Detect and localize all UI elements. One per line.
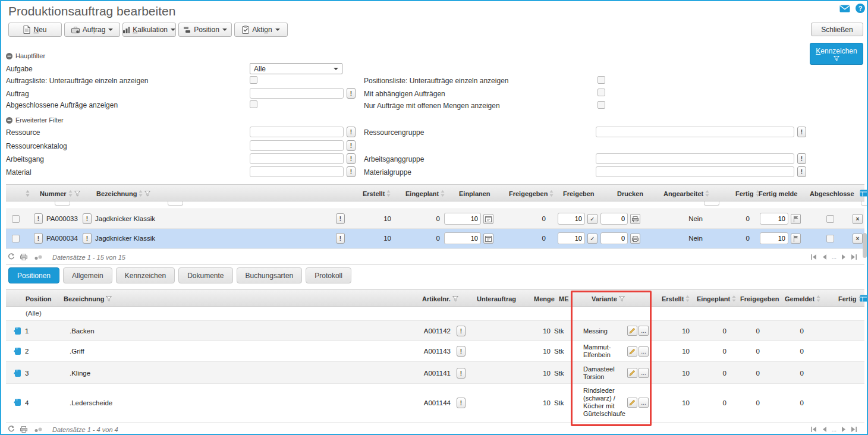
funnel-icon[interactable]: [144, 191, 150, 197]
delete-row-button[interactable]: ×: [853, 214, 863, 224]
col-angearbeitet[interactable]: Angearbeitet: [663, 185, 709, 202]
row-select-checkbox[interactable]: [12, 215, 20, 223]
detail-lookup-button[interactable]: !: [336, 213, 345, 224]
next-page-icon[interactable]: [842, 427, 846, 432]
next-page-icon[interactable]: [842, 254, 846, 260]
table-settings-icon[interactable]: [860, 295, 868, 302]
sort-icon[interactable]: [26, 185, 30, 202]
col-einplanen[interactable]: Einplanen: [459, 185, 490, 202]
variante-more-button[interactable]: ...: [639, 398, 649, 408]
mail-icon[interactable]: [839, 5, 850, 12]
schliessen-button[interactable]: Schließen: [811, 23, 863, 36]
fertig-melden-button[interactable]: [791, 234, 801, 244]
records-icon[interactable]: [34, 427, 43, 433]
col-fertig[interactable]: Fertig: [838, 290, 863, 307]
alle-filter[interactable]: (Alle): [26, 310, 42, 317]
nummer-lookup-button[interactable]: !: [34, 233, 43, 244]
hauptfilter-header[interactable]: Hauptfilter: [6, 52, 45, 59]
col-nummer[interactable]: Nummer: [40, 185, 80, 202]
bezeichnung-lookup-button[interactable]: !: [83, 213, 92, 224]
positions-table-row[interactable]: 4 .Lederscheide A001144 ! 10 Stk Rindsle…: [6, 384, 864, 421]
variante-edit-button[interactable]: [627, 368, 637, 378]
einplanen-button[interactable]: [483, 234, 493, 244]
refresh-icon[interactable]: [8, 425, 15, 433]
arbeitsganggruppe-lookup-button[interactable]: !: [797, 153, 806, 164]
drucken-input[interactable]: [600, 232, 628, 244]
arbeitsgang-lookup-button[interactable]: !: [347, 153, 356, 164]
col-menge[interactable]: Menge: [534, 290, 555, 307]
positionsliste-checkbox[interactable]: [597, 76, 605, 84]
abgeschlossene-checkbox[interactable]: [250, 100, 257, 108]
records-icon[interactable]: [34, 255, 43, 260]
col-bezeichnung[interactable]: Bezeichnung: [96, 185, 150, 202]
col-abgeschlossen[interactable]: Abgeschlosse: [810, 185, 854, 202]
prev-page-icon[interactable]: [822, 427, 826, 432]
arbeitsgang-input[interactable]: [250, 153, 344, 164]
ressourcengruppe-lookup-button[interactable]: !: [797, 127, 806, 137]
col-me[interactable]: ME: [559, 290, 569, 307]
ressourcenkatalog-lookup-button[interactable]: !: [347, 140, 356, 151]
artikel-lookup-button[interactable]: !: [457, 346, 466, 357]
print-button[interactable]: [630, 234, 640, 244]
tab-allgemein[interactable]: Allgemein: [63, 267, 112, 283]
neu-button[interactable]: Neu: [8, 23, 62, 37]
tab-positionen[interactable]: Positionen: [8, 267, 59, 283]
artikel-lookup-button[interactable]: !: [457, 368, 466, 379]
refresh-icon[interactable]: [8, 253, 15, 260]
kennzeichen-button[interactable]: Kennzeichen: [810, 43, 863, 65]
abgeschlossen-checkbox[interactable]: [826, 215, 834, 223]
col-freigegeben[interactable]: Freigegeben: [740, 290, 779, 307]
nummer-lookup-button[interactable]: !: [34, 213, 43, 224]
nur-offene-checkbox[interactable]: [597, 101, 605, 109]
col-drucken[interactable]: Drucken: [617, 185, 643, 202]
first-page-icon[interactable]: [811, 427, 817, 432]
variante-more-button[interactable]: ...: [639, 368, 649, 378]
materialgruppe-lookup-button[interactable]: !: [797, 166, 806, 177]
auftrag-button[interactable]: Auftrag: [64, 23, 120, 37]
fertig-melden-input[interactable]: [760, 213, 788, 225]
einplanen-input[interactable]: [444, 232, 481, 244]
auftrag-input[interactable]: [250, 88, 344, 99]
col-erstellt[interactable]: Erstellt: [363, 185, 391, 202]
last-page-icon[interactable]: [851, 427, 857, 432]
first-page-icon[interactable]: [811, 254, 817, 260]
col-freigegeben[interactable]: Freigegeben: [509, 185, 553, 202]
drucken-input[interactable]: [600, 213, 628, 225]
ressourcenkatalog-input[interactable]: [250, 140, 344, 151]
funnel-icon[interactable]: [74, 191, 80, 197]
aktion-button[interactable]: Aktion: [234, 23, 288, 37]
auftragsliste-checkbox[interactable]: [250, 76, 257, 84]
fertig-melden-input[interactable]: [760, 232, 788, 244]
position-button[interactable]: Position: [178, 23, 232, 37]
material-input[interactable]: [250, 166, 344, 177]
positions-table-row[interactable]: 1 .Backen A001142 ! 10 Stk Messing ... 1…: [6, 321, 864, 341]
ressource-lookup-button[interactable]: !: [347, 127, 356, 137]
delete-row-button[interactable]: ×: [853, 234, 863, 244]
fertig-melden-button[interactable]: [791, 214, 801, 224]
kalkulation-button[interactable]: Kalkulation: [122, 23, 176, 37]
positions-table-row[interactable]: 2 .Griff A001143 ! 10 Stk Mammut-Elfenbe…: [6, 341, 864, 362]
erweiterter-filter-header[interactable]: Erweiterter Filter: [6, 116, 64, 124]
variante-edit-button[interactable]: [627, 346, 637, 357]
detail-lookup-button[interactable]: !: [336, 233, 345, 244]
page-ellipsis[interactable]: ...: [832, 426, 836, 433]
einplanen-button[interactable]: [483, 214, 493, 224]
col-eingeplant[interactable]: Eingeplant: [405, 185, 445, 202]
printer-icon[interactable]: [20, 426, 27, 433]
funnel-icon[interactable]: [452, 296, 458, 302]
orders-table-row-selected[interactable]: ! PA000034 ! Jagdknicker Klassik ! 10 0 …: [6, 229, 864, 249]
help-icon[interactable]: ?: [856, 4, 865, 13]
col-eingeplant[interactable]: Eingeplant: [697, 290, 736, 307]
printer-icon[interactable]: [20, 254, 27, 260]
col-bezeichnung[interactable]: Bezeichnung: [64, 290, 112, 307]
print-button[interactable]: [630, 214, 640, 224]
bezeichnung-lookup-button[interactable]: !: [83, 233, 92, 244]
freigeben-check-button[interactable]: ✓: [587, 234, 597, 244]
einplanen-input[interactable]: [444, 213, 481, 225]
abgeschlossen-checkbox[interactable]: [826, 235, 834, 242]
funnel-icon[interactable]: [106, 296, 112, 302]
ressource-input[interactable]: [250, 127, 344, 137]
col-fertig-melden[interactable]: Fertig melde: [759, 185, 797, 202]
aufgabe-select[interactable]: Alle: [250, 63, 342, 74]
prev-page-icon[interactable]: [822, 254, 826, 260]
